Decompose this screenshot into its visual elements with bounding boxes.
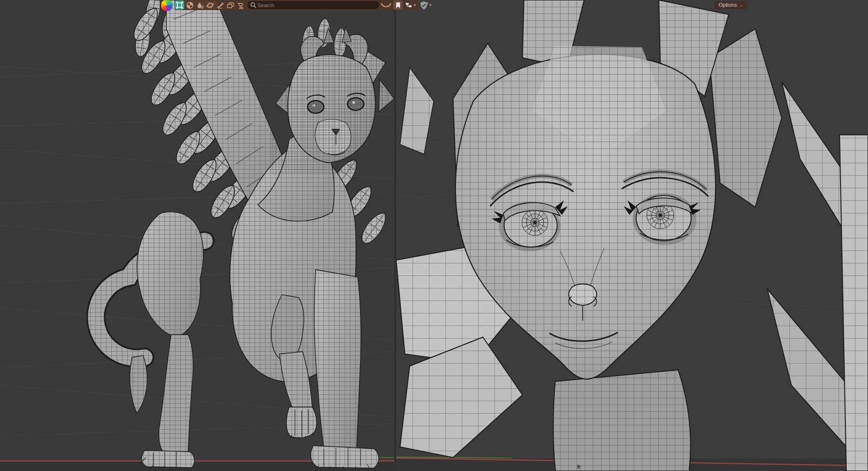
tool-strip: ▾ ▾ <box>174 0 418 10</box>
layers-icon[interactable] <box>226 0 235 10</box>
orbit-sphere-icon[interactable] <box>205 0 214 10</box>
matcap-sphere-icon[interactable] <box>161 0 173 11</box>
viewport-full-body[interactable] <box>0 0 394 471</box>
chevron-down-icon: ▾ <box>429 3 431 7</box>
search-icon <box>250 2 256 8</box>
chevron-down-icon: ▾ <box>414 3 415 7</box>
viewport-head-closeup[interactable] <box>396 0 868 471</box>
search-input[interactable] <box>256 2 364 9</box>
collections-icon[interactable]: ▾ <box>403 0 418 10</box>
creature-full-body <box>0 0 394 471</box>
chevron-down-icon: ⌄ <box>740 1 743 9</box>
droplet-icon[interactable] <box>195 0 204 10</box>
creature-head-closeup <box>396 0 868 471</box>
search-field[interactable] <box>247 1 379 9</box>
falloff-sphere-icon[interactable] <box>185 0 194 10</box>
scrape-tool-icon[interactable] <box>236 0 245 10</box>
box-select-tool-icon[interactable] <box>175 0 184 10</box>
head-closeup-wireframe-canvas <box>396 0 868 471</box>
bookmark-icon[interactable] <box>393 0 402 10</box>
options-button[interactable]: Options ⌄ <box>715 1 747 9</box>
blender-window: ▾ ▾ Options ⌄ <box>0 0 868 471</box>
shield-check-icon[interactable] <box>419 0 428 10</box>
mouse-cursor <box>576 464 582 470</box>
viewport-divider[interactable] <box>394 0 396 471</box>
options-label: Options <box>719 1 737 9</box>
brush-icon[interactable] <box>215 0 225 10</box>
falloff-curve-icon[interactable] <box>380 0 392 10</box>
full-body-wireframe-canvas <box>0 0 394 471</box>
